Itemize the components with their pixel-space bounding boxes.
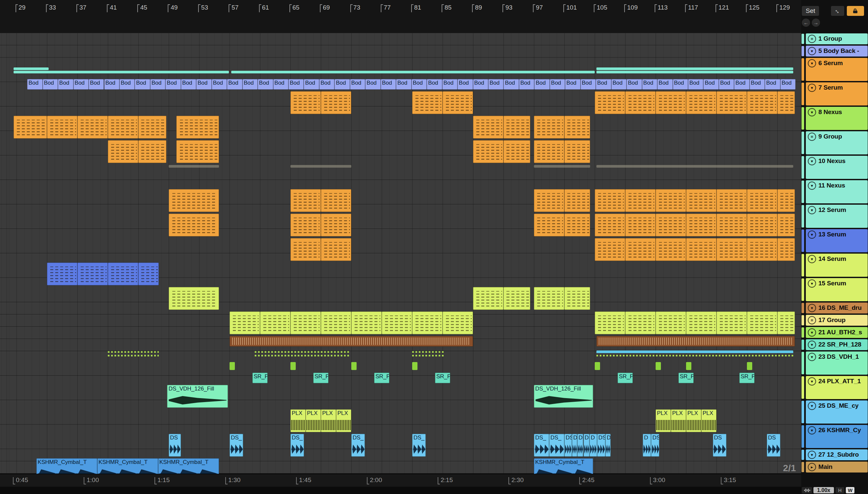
height-zoom-button[interactable]: H (835, 487, 844, 493)
arrangement-clip[interactable]: Bod (304, 79, 319, 90)
arrangement-clip[interactable] (290, 189, 321, 212)
arrangement-clip[interactable] (108, 140, 138, 163)
group-fold-icon[interactable]: ≡ (808, 35, 816, 43)
arrangement-clip[interactable] (382, 311, 412, 334)
arrangement-clip[interactable] (231, 71, 595, 73)
arrangement-clip[interactable] (656, 311, 686, 334)
arrangement-clip[interactable]: PLX (336, 410, 351, 432)
track-fold-icon[interactable]: ▾ (808, 304, 816, 312)
track-header[interactable]: ▾6 Serum (806, 58, 868, 81)
arrangement-clip[interactable]: DS_ (534, 434, 549, 457)
arrangement-clip[interactable] (777, 311, 795, 334)
arrangement-clip[interactable] (255, 350, 349, 357)
arrangement-clip[interactable]: DS (169, 434, 181, 457)
arrangement-clip[interactable] (14, 68, 49, 70)
arrangement-clip[interactable] (777, 238, 795, 261)
arrangement-clip[interactable]: DS_ (230, 434, 243, 457)
arrangement-clip[interactable] (595, 214, 625, 236)
arrangement-clip[interactable] (717, 238, 747, 261)
arrangement-clip[interactable] (351, 311, 382, 334)
arrangement-clip[interactable]: Bod (504, 79, 519, 90)
arrangement-clip[interactable] (597, 165, 794, 168)
arrangement-clip[interactable]: Bod (181, 79, 196, 90)
arrangement-clip[interactable]: D (577, 434, 583, 457)
arrangement-clip[interactable] (321, 238, 351, 261)
arrangement-clip[interactable]: Bod (488, 79, 504, 90)
time-ruler[interactable]: 0:451:001:151:301:452:002:152:302:453:00… (0, 474, 801, 487)
arrangement-clip[interactable]: Bod (657, 79, 673, 90)
bar-ruler[interactable]: 2933374145495357616569737781858993971011… (0, 0, 801, 33)
arrangement-clip[interactable] (686, 311, 717, 334)
arrangement-clip[interactable]: Bod (381, 79, 396, 90)
arrangement-clip[interactable] (686, 362, 691, 370)
arrangement-clip[interactable]: Bod (473, 79, 488, 90)
arrangement-area[interactable]: 2/1 SR_PSR_PSR_PSR_PSR_PSR_PSR_PDS_VDH_1… (0, 33, 801, 474)
arrangement-clip[interactable] (473, 287, 504, 310)
arrangement-clip[interactable] (595, 362, 600, 370)
track-fold-icon[interactable]: ▾ (808, 341, 816, 349)
arrangement-clip[interactable] (412, 91, 442, 114)
arrangement-clip[interactable]: Bod (626, 79, 642, 90)
track-header[interactable]: ▾12 Serum (806, 205, 868, 228)
arrangement-clip[interactable] (625, 238, 656, 261)
arrangement-clip[interactable]: PLX (686, 410, 701, 432)
arrangement-clip[interactable] (442, 91, 473, 114)
arrangement-clip[interactable] (625, 189, 656, 212)
track-fold-icon[interactable]: ▾ (808, 402, 816, 410)
arrangement-clip[interactable] (747, 189, 777, 212)
track-header[interactable]: ▾14 Serum (806, 253, 868, 277)
arrangement-clip[interactable] (47, 116, 77, 138)
arrangement-clip[interactable] (504, 116, 530, 138)
track-header[interactable]: ▾10 Nexus (806, 156, 868, 179)
arrangement-clip[interactable]: Bod (104, 79, 119, 90)
arrangement-clip[interactable]: PLX (290, 410, 306, 432)
arrangement-clip[interactable] (534, 140, 564, 163)
arrangement-clip[interactable] (290, 165, 351, 168)
arrangement-clip[interactable]: Bod (519, 79, 534, 90)
arrangement-clip[interactable] (534, 165, 590, 168)
arrangement-clip[interactable]: Bod (688, 79, 703, 90)
track-fold-icon[interactable]: ▾ (808, 451, 816, 459)
arrangement-clip[interactable] (625, 311, 656, 334)
arrangement-clip[interactable] (290, 91, 321, 114)
arrangement-clip[interactable] (108, 350, 159, 357)
arrangement-clip[interactable] (597, 336, 795, 346)
arrangement-clip[interactable] (321, 91, 351, 114)
track-header[interactable]: ▾11 Nexus (806, 180, 868, 203)
arrangement-clip[interactable] (169, 189, 219, 212)
track-header[interactable]: ▾27 12_Subdro (806, 449, 868, 460)
arrangement-clip[interactable]: Bod (673, 79, 688, 90)
arrangement-clip[interactable]: Bod (565, 79, 580, 90)
arrangement-clip[interactable] (686, 214, 717, 236)
track-header[interactable]: ▾26 KSHMR_Cy (806, 425, 868, 448)
arrangement-clip[interactable] (230, 311, 260, 334)
arrangement-clip[interactable] (564, 214, 590, 236)
arrangement-clip[interactable]: Bod (396, 79, 411, 90)
arrangement-clip[interactable]: PLX (671, 410, 686, 432)
arrangement-clip[interactable] (138, 140, 166, 163)
arrangement-clip[interactable] (717, 311, 747, 334)
arrangement-clip[interactable]: Bod (119, 79, 135, 90)
arrangement-clip[interactable] (686, 189, 717, 212)
arrangement-clip[interactable]: Bod (703, 79, 718, 90)
group-fold-icon[interactable]: ≡ (808, 133, 816, 141)
arrangement-clip[interactable]: Bod (89, 79, 104, 90)
arrangement-clip[interactable]: DS_ (549, 434, 564, 457)
arrangement-clip[interactable]: Bod (550, 79, 565, 90)
arrangement-clip[interactable] (564, 189, 590, 212)
arrangement-clip[interactable]: Bod (780, 79, 796, 90)
zoom-diagonal-button[interactable]: ↔ (831, 6, 844, 16)
arrangement-clip[interactable]: D (589, 434, 597, 457)
arrangement-clip[interactable]: SR_P (739, 373, 755, 383)
track-fold-icon[interactable]: ▾ (808, 108, 816, 116)
play-icon[interactable]: ▸ (808, 463, 816, 471)
arrangement-clip[interactable]: Bod (750, 79, 765, 90)
arrangement-clip[interactable]: Bod (335, 79, 350, 90)
track-fold-icon[interactable]: ▾ (808, 59, 816, 68)
arrangement-clip[interactable] (412, 311, 442, 334)
track-header[interactable]: ≡9 Group (806, 131, 868, 154)
arrangement-clip[interactable]: DS (767, 434, 780, 457)
arrangement-clip[interactable] (176, 116, 219, 138)
track-header[interactable]: ▾22 SR_PH_128 (806, 339, 868, 350)
arrangement-clip[interactable]: Bod (43, 79, 58, 90)
